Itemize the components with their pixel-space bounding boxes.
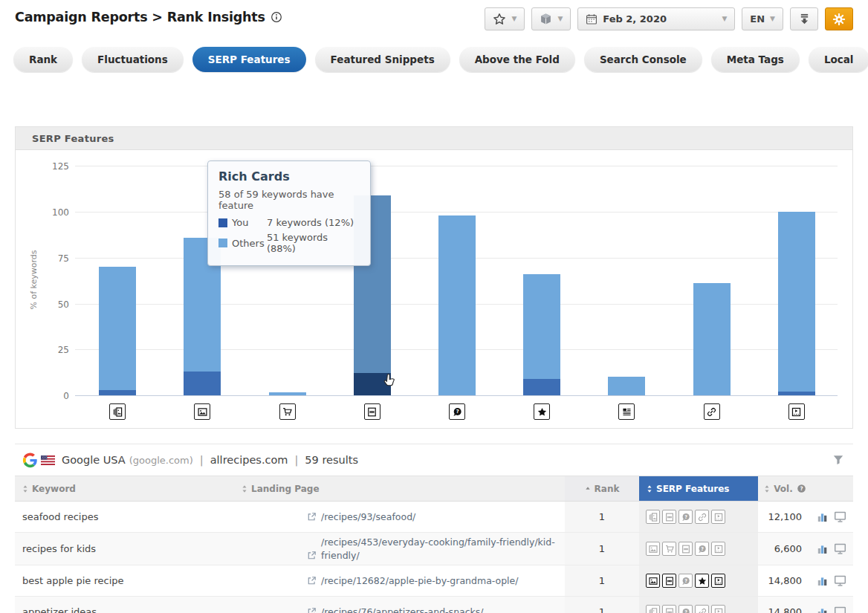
legend-swatch: [218, 218, 227, 227]
bar-shopping[interactable]: [269, 392, 306, 395]
x-axis: ?: [75, 403, 838, 423]
tooltip-legend-row: You7 keywords (12%): [218, 217, 360, 228]
tab-rank[interactable]: Rank: [13, 47, 73, 72]
package-icon: [540, 13, 552, 25]
external-link-icon[interactable]: [307, 607, 317, 613]
package-button[interactable]: ▼: [531, 7, 571, 30]
people-also-ask-icon: ?: [678, 574, 693, 588]
page-title: Campaign Reports > Rank Insights: [15, 10, 265, 25]
videos-icon: [711, 510, 725, 524]
bar-videos[interactable]: [778, 212, 815, 395]
table-row: seafood recipes/recipes/93/seafood/1?12,…: [15, 502, 853, 533]
sort-both-icon: [764, 484, 770, 493]
keywords-table: Google USA (google.com) | allrecipes.com…: [15, 444, 853, 613]
tab-serp-features[interactable]: SERP Features: [192, 47, 306, 72]
reviews-icon: [695, 574, 709, 588]
tab-above-the-fold[interactable]: Above the Fold: [459, 47, 575, 72]
tab-featured-snippets[interactable]: Featured Snippets: [315, 47, 450, 72]
column-header-landing-page[interactable]: Landing Page: [234, 476, 565, 501]
landing-page-link[interactable]: /recipe/12682/apple-pie-by-grandma-ople/: [307, 574, 519, 588]
filter-icon[interactable]: [832, 454, 844, 466]
column-label: SERP Features: [656, 484, 729, 494]
keyword-cell[interactable]: best apple pie recipe: [15, 565, 234, 596]
landing-page-link[interactable]: /recipes/453/everyday-cooking/family-fri…: [307, 536, 557, 562]
tooltip-legend-row: Others51 keywords (88%): [218, 232, 360, 254]
tab-fluctuations[interactable]: Fluctuations: [82, 47, 184, 72]
videos-icon: [711, 574, 725, 588]
rich-cards-icon: [662, 574, 676, 588]
volume-cell: 14,800: [758, 565, 812, 596]
rank-history-chart-icon[interactable]: [817, 606, 829, 613]
volume-cell: 6,600: [758, 533, 812, 565]
keyword-cell[interactable]: recipes for kids: [15, 533, 234, 565]
separator: |: [294, 454, 298, 466]
download-button[interactable]: [790, 7, 818, 30]
column-header-volume[interactable]: Vol. ?: [758, 476, 812, 501]
rank-history-chart-icon[interactable]: [817, 543, 829, 555]
bar-reviews[interactable]: [523, 274, 560, 395]
language-button[interactable]: EN ▼: [742, 7, 783, 30]
keyword-cell[interactable]: seafood recipes: [15, 502, 234, 532]
landing-page-cell: /recipes/453/everyday-cooking/family-fri…: [234, 533, 565, 565]
shopping-icon: [279, 403, 296, 420]
landing-page-link[interactable]: /recipes/76/appetizers-and-snacks/: [307, 606, 484, 613]
videos-icon: [788, 403, 805, 420]
rank-cell: 1: [565, 502, 639, 532]
bar-articles[interactable]: [608, 377, 645, 395]
google-logo-icon: [22, 453, 38, 468]
segment-you: [778, 392, 815, 395]
bar-knowledge-carousel[interactable]: [99, 267, 136, 395]
report-tabs: RankFluctuationsSERP FeaturesFeatured Sn…: [0, 41, 868, 72]
external-link-icon[interactable]: [307, 512, 317, 522]
keyword-cell[interactable]: appetizer ideas: [15, 597, 234, 613]
column-header-serp-features[interactable]: SERP Features: [639, 476, 758, 501]
rich-cards-icon: [662, 510, 676, 524]
external-link-icon[interactable]: [307, 576, 317, 586]
serp-preview-icon[interactable]: [834, 510, 846, 523]
legend-label: Others: [232, 238, 267, 249]
campaign-site-label: allrecipes.com: [210, 454, 288, 466]
y-tick-label: 25: [44, 345, 69, 355]
serp-features-cell: ?: [639, 502, 758, 532]
info-icon[interactable]: [271, 11, 282, 23]
segment-others: [269, 392, 306, 395]
segment-others: [523, 274, 560, 379]
rich-cards-icon: [662, 605, 676, 613]
serp-preview-icon[interactable]: [834, 606, 846, 613]
chart-tooltip: Rich Cards 58 of 59 keywords have featur…: [207, 160, 371, 266]
external-link-icon[interactable]: [307, 551, 317, 560]
language-label: EN: [750, 13, 765, 25]
bar-sitelinks[interactable]: [693, 283, 731, 395]
serp-preview-icon[interactable]: [834, 574, 846, 587]
actions-cell: [812, 502, 853, 532]
favorites-button[interactable]: ▼: [485, 7, 525, 30]
column-label: Rank: [595, 484, 620, 494]
actions-cell: [812, 565, 853, 596]
rank-history-chart-icon[interactable]: [817, 575, 829, 587]
table-row: best apple pie recipe/recipe/12682/apple…: [15, 565, 853, 597]
separator: |: [200, 454, 204, 466]
rank-history-chart-icon[interactable]: [817, 511, 829, 523]
caret-down-icon: ▼: [557, 16, 563, 22]
tab-search-console[interactable]: Search Console: [584, 47, 702, 72]
serp-features-cell: ?: [639, 533, 758, 565]
column-header-keyword[interactable]: Keyword: [15, 476, 234, 501]
legend-label: You: [232, 217, 267, 228]
segment-others: [693, 283, 731, 395]
tab-meta-tags[interactable]: Meta Tags: [711, 47, 800, 72]
people-also-ask-icon: ?: [678, 605, 693, 613]
svg-text:?: ?: [684, 609, 687, 613]
help-icon[interactable]: ?: [797, 484, 806, 493]
column-header-actions: [812, 476, 853, 501]
serp-preview-icon[interactable]: [834, 542, 846, 555]
landing-page-link[interactable]: /recipes/93/seafood/: [307, 510, 415, 524]
people-also-ask-icon: ?: [678, 510, 693, 524]
search-engine-domain: (google.com): [129, 455, 193, 466]
serp-features-cell: ?: [639, 565, 758, 596]
date-picker-button[interactable]: Feb 2, 2020 ▼: [577, 7, 735, 30]
bar-people-also-ask[interactable]: [438, 215, 476, 395]
serp-features-cell: ?: [639, 597, 758, 613]
tab-local[interactable]: Local: [809, 47, 868, 72]
settings-button[interactable]: [825, 7, 853, 30]
column-header-rank[interactable]: Rank: [565, 476, 639, 501]
